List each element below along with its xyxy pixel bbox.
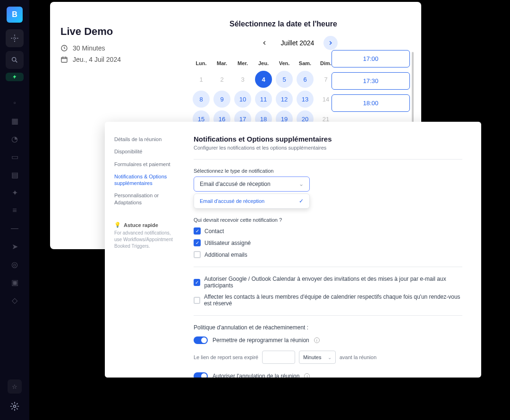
checkbox-contact-row[interactable]: ✓ Contact [194, 227, 462, 235]
star-button[interactable]: ☆ [8, 379, 22, 394]
nav-icon-8[interactable]: — [11, 225, 18, 232]
nav-notifications[interactable]: Notifications & Options supplémentaires [114, 170, 180, 190]
lightning-button[interactable] [6, 73, 24, 81]
search-button[interactable] [6, 51, 24, 69]
svg-rect-4 [61, 57, 67, 62]
tip-body: For advanced notifications, use Workflow… [114, 230, 174, 250]
settings-nav: Détails de la réunion Disponibilité Form… [105, 122, 180, 378]
check-icon: ✓ [299, 198, 304, 204]
logo[interactable]: B [7, 7, 23, 23]
tip-title: 💡 Astuce rapide [114, 222, 174, 228]
scroll-indicator [412, 52, 414, 123]
settings-panel: Détails de la réunion Disponibilité Form… [105, 122, 481, 378]
nav-forms-payment[interactable]: Formulaires et paiement [114, 158, 180, 170]
notif-type-select[interactable]: Email d'accusé de réception ⌄ [194, 176, 310, 192]
quick-tip: 💡 Astuce rapide For advanced notificatio… [114, 222, 180, 250]
timeslot-list: 17:0017:3018:00 [332, 50, 410, 112]
nav-icon-10[interactable]: ◎ [11, 260, 18, 268]
date-row: Jeu., 4 Juil 2024 [60, 56, 169, 63]
timeslot-1700[interactable]: 17:00 [332, 50, 410, 67]
day-2: 2 [213, 71, 230, 88]
day-11[interactable]: 11 [255, 91, 272, 108]
divider [194, 315, 462, 316]
svg-point-0 [14, 37, 16, 40]
nav-meeting-details[interactable]: Détails de la réunion [114, 133, 180, 145]
day-13[interactable]: 13 [297, 91, 314, 108]
expire-unit-select[interactable]: Minutes ⌄ [299, 351, 336, 364]
checkbox-assigned-user-row[interactable]: ✓ Utilisateur assigné [194, 239, 462, 246]
month-navigation: Juillet 2024 [193, 36, 402, 50]
day-4[interactable]: 4 [255, 71, 272, 88]
toggle-cancel[interactable] [194, 372, 208, 378]
checkbox-allow-calendar[interactable]: ✓ [194, 279, 200, 286]
duration-row: 30 Minutes [60, 44, 169, 52]
toggle-reschedule[interactable] [194, 336, 208, 344]
day-9[interactable]: 9 [213, 91, 230, 108]
nav-icon-11[interactable]: ▣ [11, 278, 18, 286]
checkbox-additional-emails-row[interactable]: Additional emails [194, 251, 462, 258]
bulb-icon: 💡 [114, 222, 121, 228]
checkbox-additional-emails[interactable] [194, 251, 201, 258]
day-5[interactable]: 5 [276, 71, 293, 88]
nav-icon-12[interactable]: ◇ [11, 296, 18, 304]
info-icon[interactable]: i [314, 337, 320, 343]
nav-customization[interactable]: Personnalisation or Adaptations [114, 189, 180, 209]
day-6[interactable]: 6 [297, 71, 314, 88]
day-1: 1 [193, 71, 210, 88]
nav-icon-5[interactable]: ▤ [11, 171, 18, 178]
checkbox-assign-contacts-row[interactable]: Affecter les contacts à leurs membres d'… [194, 294, 462, 307]
nav-icon-1[interactable]: ◦ [11, 99, 18, 107]
divider [194, 267, 462, 267]
nav-icon-2[interactable]: ▦ [11, 117, 18, 125]
timeslot-1730[interactable]: 17:30 [332, 72, 410, 90]
toggle-cancel-row: Autoriser l'annulation de la réunion i [194, 372, 462, 378]
expire-row: Le lien de report sera expiré Minutes ⌄ … [194, 351, 462, 364]
settings-gear-button[interactable] [8, 400, 21, 412]
sidebar-bottom: ☆ [0, 379, 29, 420]
weekday-header: Lun. [193, 59, 210, 68]
weekday-header: Jeu. [255, 59, 272, 68]
checkbox-assign-contacts[interactable] [194, 297, 200, 304]
nav-icon-3[interactable]: ◔ [11, 135, 18, 143]
nav-icon-7[interactable]: ≡ [11, 207, 18, 214]
booking-info: Live Demo 30 Minutes Jeu., 4 Juil 2024 [60, 25, 169, 67]
duration-text: 30 Minutes [73, 44, 105, 52]
chevron-down-icon: ⌄ [299, 181, 304, 187]
weekday-header: Sam. [297, 59, 314, 68]
weekday-header: Mar. [213, 59, 230, 68]
checkbox-allow-calendar-row[interactable]: ✓ Autoriser Google / Outlook Calendar à … [194, 276, 462, 289]
day-12[interactable]: 12 [276, 91, 293, 108]
panel-subtitle: Configurer les notifications et les opti… [194, 145, 462, 151]
cursor-tool-button[interactable] [6, 29, 24, 47]
weekday-header: Ven. [276, 59, 293, 68]
notif-type-label: Sélectionnez le type de notification [194, 168, 462, 174]
day-3: 3 [234, 71, 251, 88]
checkbox-contact[interactable]: ✓ [194, 227, 201, 235]
clock-icon [60, 44, 68, 52]
nav-icon-6[interactable]: ✦ [11, 189, 18, 196]
divider [194, 159, 462, 160]
notif-type-dropdown-option[interactable]: Email d'accusé de réception ✓ [194, 193, 310, 209]
day-10[interactable]: 10 [234, 91, 251, 108]
nav-availability[interactable]: Disponibilité [114, 145, 180, 158]
expire-value-input[interactable] [262, 351, 295, 364]
nav-icon-4[interactable]: ▭ [11, 153, 18, 160]
info-icon[interactable]: i [304, 373, 310, 378]
timeslot-1800[interactable]: 18:00 [332, 94, 410, 112]
checkbox-assigned-user[interactable]: ✓ [194, 239, 201, 246]
who-receives-label: Qui devrait recevoir cette notification … [194, 217, 462, 223]
booking-title: Live Demo [60, 25, 169, 38]
toggle-reschedule-row: Permettre de reprogrammer la réunion i [194, 336, 462, 344]
settings-content: Notifications et Options supplémentaires… [180, 122, 481, 378]
svg-point-2 [14, 405, 16, 408]
app-sidebar: B ◦ ▦ ◔ ▭ ▤ ✦ ≡ — ➤ ◎ ▣ ◇ ☆ [0, 0, 29, 420]
weekday-header: Mer. [234, 59, 251, 68]
panel-title: Notifications et Options supplémentaires [194, 135, 462, 143]
svg-point-1 [12, 58, 16, 61]
chevron-down-icon: ⌄ [328, 355, 332, 360]
nav-icon-9[interactable]: ➤ [11, 243, 18, 250]
calendar-icon [60, 56, 68, 63]
day-8[interactable]: 8 [193, 91, 210, 108]
prev-month-button[interactable] [257, 36, 272, 50]
next-month-button[interactable] [323, 36, 338, 50]
